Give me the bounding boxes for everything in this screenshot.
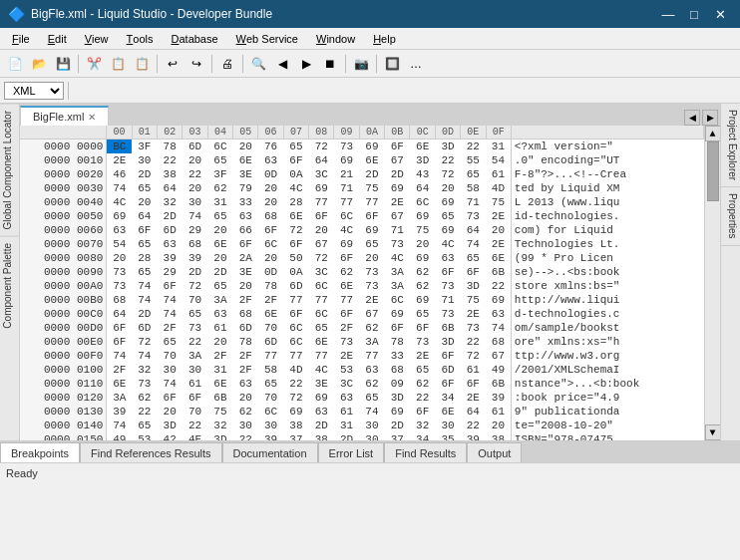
hex-byte-1-7[interactable]: 6F bbox=[283, 153, 308, 167]
hex-byte-10-9[interactable]: 6E bbox=[334, 279, 359, 293]
hex-byte-15-1[interactable]: 74 bbox=[132, 349, 157, 363]
hex-byte-1-2[interactable]: 22 bbox=[158, 153, 183, 167]
hex-byte-15-10[interactable]: 77 bbox=[359, 349, 384, 363]
hex-byte-21-4[interactable]: 3D bbox=[207, 432, 232, 440]
hex-byte-10-4[interactable]: 65 bbox=[207, 279, 232, 293]
hex-byte-9-5[interactable]: 3E bbox=[233, 265, 258, 279]
toolbar-btn-0[interactable]: 📄 bbox=[4, 53, 26, 75]
hex-byte-2-12[interactable]: 43 bbox=[410, 167, 435, 181]
hex-byte-1-9[interactable]: 69 bbox=[334, 153, 359, 167]
table-row[interactable]: 0000 0030746564206279204C697175696420584… bbox=[20, 181, 704, 195]
sidebar-item-project-explorer[interactable]: Project Explorer bbox=[721, 104, 740, 187]
hex-byte-10-5[interactable]: 20 bbox=[233, 279, 258, 293]
hex-byte-3-9[interactable]: 71 bbox=[334, 181, 359, 195]
table-row[interactable]: 0000 00404C203230313320287777772E6C69717… bbox=[20, 195, 704, 209]
hex-byte-17-6[interactable]: 65 bbox=[258, 377, 283, 391]
hex-byte-6-5[interactable]: 66 bbox=[233, 223, 258, 237]
menu-item-window[interactable]: Window bbox=[308, 28, 363, 50]
hex-main-area[interactable]: 000102030405060708090A0B0C0D0E0F 0000 00… bbox=[20, 126, 704, 440]
hex-byte-17-12[interactable]: 62 bbox=[410, 377, 435, 391]
hex-byte-8-11[interactable]: 4C bbox=[385, 251, 410, 265]
hex-byte-11-7[interactable]: 77 bbox=[283, 293, 308, 307]
table-row[interactable]: 0000 00B0687474703A2F2F7777772E6C6971756… bbox=[20, 293, 704, 307]
hex-byte-17-2[interactable]: 74 bbox=[158, 377, 183, 391]
scroll-track[interactable] bbox=[705, 141, 720, 424]
hex-byte-14-8[interactable]: 6E bbox=[309, 335, 334, 349]
hex-byte-12-7[interactable]: 6F bbox=[283, 307, 308, 321]
hex-byte-19-7[interactable]: 69 bbox=[283, 405, 308, 419]
table-row[interactable]: 0000 01504953424E3D223937382D30373435393… bbox=[20, 432, 704, 440]
hex-byte-20-14[interactable]: 22 bbox=[461, 419, 486, 432]
hex-byte-14-3[interactable]: 22 bbox=[183, 335, 207, 349]
hex-byte-19-3[interactable]: 70 bbox=[183, 405, 207, 419]
hex-byte-0-7[interactable]: 65 bbox=[283, 140, 308, 154]
hex-byte-7-7[interactable]: 6F bbox=[283, 237, 308, 251]
hex-byte-12-8[interactable]: 6C bbox=[309, 307, 334, 321]
hex-byte-6-2[interactable]: 6D bbox=[158, 223, 183, 237]
hex-byte-9-1[interactable]: 65 bbox=[132, 265, 157, 279]
hex-byte-9-10[interactable]: 73 bbox=[359, 265, 384, 279]
hex-byte-13-5[interactable]: 6D bbox=[233, 321, 258, 335]
hex-byte-14-7[interactable]: 6C bbox=[283, 335, 308, 349]
hex-byte-1-8[interactable]: 64 bbox=[309, 153, 334, 167]
hex-byte-13-2[interactable]: 2F bbox=[158, 321, 183, 335]
hex-byte-6-12[interactable]: 75 bbox=[410, 223, 435, 237]
scroll-up-button[interactable]: ▲ bbox=[705, 126, 721, 141]
hex-byte-11-14[interactable]: 75 bbox=[461, 293, 486, 307]
hex-byte-1-15[interactable]: 54 bbox=[486, 153, 511, 167]
hex-byte-13-13[interactable]: 6B bbox=[435, 321, 460, 335]
hex-byte-1-1[interactable]: 30 bbox=[132, 153, 157, 167]
hex-byte-5-1[interactable]: 64 bbox=[132, 209, 157, 223]
hex-byte-18-7[interactable]: 72 bbox=[283, 391, 308, 405]
toolbar-btn-14[interactable]: ◀ bbox=[271, 53, 293, 75]
xml-format-dropdown[interactable]: XML HTML JSON bbox=[4, 82, 64, 100]
hex-byte-2-6[interactable]: 0D bbox=[258, 167, 283, 181]
hex-byte-6-11[interactable]: 71 bbox=[385, 223, 410, 237]
hex-byte-21-13[interactable]: 35 bbox=[435, 432, 460, 440]
tab-scroll-right-button[interactable]: ▶ bbox=[702, 110, 718, 126]
hex-byte-18-14[interactable]: 2E bbox=[461, 391, 486, 405]
sidebar-item-component-palette[interactable]: Component Palette bbox=[0, 236, 19, 335]
hex-byte-11-1[interactable]: 74 bbox=[132, 293, 157, 307]
hex-byte-3-11[interactable]: 69 bbox=[385, 181, 410, 195]
hex-byte-8-15[interactable]: 6E bbox=[486, 251, 511, 265]
hex-byte-8-14[interactable]: 65 bbox=[461, 251, 486, 265]
hex-byte-11-5[interactable]: 2F bbox=[233, 293, 258, 307]
hex-byte-21-5[interactable]: 22 bbox=[233, 432, 258, 440]
hex-byte-20-4[interactable]: 32 bbox=[207, 419, 232, 432]
hex-byte-10-0[interactable]: 73 bbox=[107, 279, 132, 293]
hex-byte-18-0[interactable]: 3A bbox=[107, 391, 132, 405]
hex-byte-14-5[interactable]: 78 bbox=[233, 335, 258, 349]
sidebar-item-global-component-locator[interactable]: Global Component Locator bbox=[0, 104, 19, 236]
hex-byte-7-0[interactable]: 54 bbox=[107, 237, 132, 251]
hex-byte-4-4[interactable]: 31 bbox=[207, 195, 232, 209]
hex-byte-21-0[interactable]: 49 bbox=[107, 432, 132, 440]
hex-byte-3-3[interactable]: 20 bbox=[183, 181, 207, 195]
hex-byte-9-12[interactable]: 62 bbox=[410, 265, 435, 279]
hex-byte-20-7[interactable]: 38 bbox=[283, 419, 308, 432]
hex-byte-16-12[interactable]: 65 bbox=[410, 363, 435, 377]
hex-byte-5-15[interactable]: 2E bbox=[486, 209, 511, 223]
toolbar-btn-21[interactable]: … bbox=[405, 53, 427, 75]
hex-byte-1-0[interactable]: 2E bbox=[107, 153, 132, 167]
table-row[interactable]: 0000 00F07474703A2F2F7777772E77332E6F726… bbox=[20, 349, 704, 363]
hex-byte-6-3[interactable]: 29 bbox=[183, 223, 207, 237]
hex-byte-17-3[interactable]: 61 bbox=[183, 377, 207, 391]
hex-byte-5-10[interactable]: 6F bbox=[359, 209, 384, 223]
hex-byte-0-4[interactable]: 6C bbox=[207, 140, 232, 154]
hex-byte-12-0[interactable]: 64 bbox=[107, 307, 132, 321]
hex-byte-1-13[interactable]: 22 bbox=[435, 153, 460, 167]
hex-byte-4-7[interactable]: 28 bbox=[283, 195, 308, 209]
hex-byte-3-0[interactable]: 74 bbox=[107, 181, 132, 195]
toolbar-btn-18[interactable]: 📷 bbox=[350, 53, 372, 75]
hex-byte-9-7[interactable]: 0A bbox=[283, 265, 308, 279]
hex-byte-11-12[interactable]: 69 bbox=[410, 293, 435, 307]
tab-bigfle-xml[interactable]: BigFle.xml ✕ bbox=[20, 106, 109, 126]
hex-byte-15-7[interactable]: 77 bbox=[283, 349, 308, 363]
hex-byte-2-8[interactable]: 3C bbox=[309, 167, 334, 181]
hex-byte-9-15[interactable]: 6B bbox=[486, 265, 511, 279]
hex-byte-4-10[interactable]: 77 bbox=[359, 195, 384, 209]
hex-byte-5-0[interactable]: 69 bbox=[107, 209, 132, 223]
hex-byte-11-0[interactable]: 68 bbox=[107, 293, 132, 307]
hex-byte-18-15[interactable]: 39 bbox=[486, 391, 511, 405]
